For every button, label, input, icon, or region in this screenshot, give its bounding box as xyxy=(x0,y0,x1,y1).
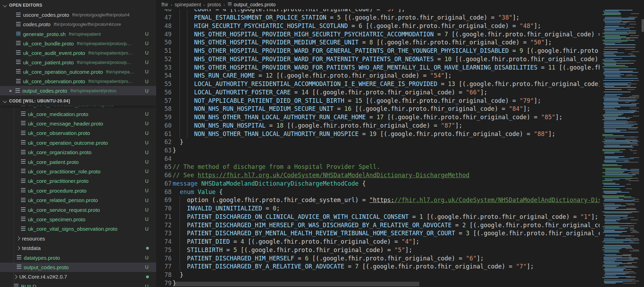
minimap-line xyxy=(602,170,639,171)
minimap-line xyxy=(602,15,639,16)
code-line[interactable]: 63} xyxy=(156,146,600,155)
tree-file-item[interactable]: uk_core_related_person.protoU xyxy=(0,195,156,205)
open-editors-section-header[interactable]: OPEN EDITORS xyxy=(0,0,156,10)
breadcrumb-segment[interactable]: spinepatient xyxy=(175,2,201,7)
code-line[interactable]: 64 xyxy=(156,155,600,163)
breadcrumb-segment[interactable]: protos xyxy=(208,2,221,7)
git-untracked-badge: U xyxy=(143,284,150,287)
tree-file-item[interactable]: uk_core_observation.protoU xyxy=(0,128,156,138)
code-area[interactable]: 46 COURT = 4 [(.google.fhir.proto.fhir_o… xyxy=(156,0,600,287)
tree-file-item[interactable]: uk_core_practitioner.protoU xyxy=(0,176,156,186)
explorer-section-header[interactable]: CODE [WSL: UBUNTU-20.04] xyxy=(0,96,156,106)
minimap-line xyxy=(602,92,639,92)
code-line[interactable]: 56 LOCAL_AUTHORITY_FOSTER_CARE = 14 [(.g… xyxy=(156,88,600,97)
tree-folder-item[interactable]: resources xyxy=(0,234,156,243)
tree-file-item[interactable]: BUILDU xyxy=(0,282,156,287)
chevron-right-icon xyxy=(16,246,20,250)
code-line[interactable]: 60 NON_NHS_RUN_HOSPITAL = 18 [(.google.f… xyxy=(156,122,600,130)
code-line[interactable]: 47 PENAL_ESTABLISHMENT_OR_POLICE_STATION… xyxy=(156,14,600,22)
minimap-line xyxy=(602,124,639,124)
minimap-line xyxy=(602,47,639,48)
minimap-line xyxy=(602,214,639,215)
code-line[interactable]: 50 NHS_OTHER_HOSPITAL_PROVIDER_MEDIUM_SE… xyxy=(156,38,600,47)
minimap-line xyxy=(602,104,639,105)
code-line[interactable]: 77 PATIENT_DISCHARGED_BY_A_RELATIVE_OR_A… xyxy=(156,263,600,271)
tree-file-item[interactable]: datatypes.protoU xyxy=(0,253,156,263)
code-line[interactable]: 72 PATIENT_DISCHARGED_HIM_HERSELF_OR_WAS… xyxy=(156,221,600,230)
tree-file-item[interactable]: uk_core_operation_outcome.protoU xyxy=(0,138,156,148)
code-line[interactable]: 65// The method of discharge from a Hosp… xyxy=(156,163,600,171)
line-number: 49 xyxy=(156,30,172,39)
code-line[interactable]: 74 PATIENT_DIED = 4 [(.google.fhir.proto… xyxy=(156,238,600,246)
code-line-text: // See https://fhir.hl7.org.uk/CodeSyste… xyxy=(173,171,600,180)
minimap-line xyxy=(602,69,639,69)
code-line[interactable]: 75 STILLBIRTH = 5 [(.google.fhir.proto.f… xyxy=(156,246,600,254)
close-icon[interactable]: × xyxy=(8,88,13,94)
code-line[interactable]: 49 NHS_OTHER_HOSPITAL_PROVIDER_HIGH_SECU… xyxy=(156,30,600,39)
code-line[interactable]: 48 HIGH_SECURITY_PSYCHIATRIC_HOSPITAL_SC… xyxy=(156,22,600,30)
open-editor-item[interactable]: uk_core_patient.protofhir/spinepatient/p… xyxy=(0,58,156,67)
code-line[interactable]: 55 LOCAL_AUTHORITY_RESIDENTIAL_ACCOMMODA… xyxy=(156,80,600,88)
open-editor-item[interactable]: uk_core_audit_event.protofhir/spinepatie… xyxy=(0,48,156,58)
git-untracked-badge: U xyxy=(143,140,150,145)
open-editor-item[interactable]: uk_core_operation_outcome.protofhir/spin… xyxy=(0,67,156,77)
horizontal-scrollbar-handle[interactable] xyxy=(175,282,419,286)
open-editor-item[interactable]: uscore_codes.protofhir/proto/google/fhir… xyxy=(0,10,156,20)
tree-item-label: uk_core_medication.proto xyxy=(28,111,88,117)
open-editor-item[interactable]: uk_core_observation.protofhir/spinepatie… xyxy=(0,77,156,86)
code-line[interactable]: 51 NHS_OTHER_HOSPITAL_PROVIDER_WARD_FOR_… xyxy=(156,47,600,55)
minimap-line xyxy=(602,79,639,80)
code-line[interactable]: 57 NOT_APPLICABLE_PATIENT_DIED_OR_STILL_… xyxy=(156,97,600,105)
code-line[interactable]: 67message NHSDataModelandDictionaryDisch… xyxy=(156,180,600,188)
code-line[interactable]: 71 PATIENT_DISCHARGED_ON_CLINICAL_ADVICE… xyxy=(156,213,600,221)
code-line[interactable]: 69 option (.google.fhir.proto.fhir_code_… xyxy=(156,196,600,205)
code-line[interactable]: 68 enum Value { xyxy=(156,188,600,196)
tree-item-label: datatypes.proto xyxy=(24,255,60,261)
code-line[interactable]: 73 PATIENT_DISCHARGED_BY_MENTAL_HEALTH_R… xyxy=(156,229,600,238)
vertical-scrollbar-handle[interactable] xyxy=(642,19,644,32)
code-line[interactable]: 53 NHS_OTHER_HOSPITAL_PROVIDER_WARD_FOR_… xyxy=(156,64,600,72)
tree-file-item[interactable]: uk_core_specimen.protoU xyxy=(0,215,156,224)
git-untracked-badge: U xyxy=(143,88,150,94)
open-editor-item[interactable]: codes.protofhir/proto/google/fhir/proto/… xyxy=(0,20,156,29)
code-line[interactable]: 66// See https://fhir.hl7.org.uk/CodeSys… xyxy=(156,171,600,180)
tree-file-item[interactable]: uk_core_service_request.protoU xyxy=(0,205,156,215)
tree-file-item[interactable]: uk_core_procedure.protoU xyxy=(0,186,156,195)
minimap-line xyxy=(602,155,639,156)
tree-file-item[interactable]: uk_core_practitioner_role.protoU xyxy=(0,167,156,176)
tree-folder-item[interactable]: testdata xyxy=(0,243,156,253)
tree-file-item[interactable]: uk_core_organization.protoU xyxy=(0,148,156,157)
tree-file-item[interactable]: uk_core_vital_signs_observation.protoU xyxy=(0,224,156,234)
code-line[interactable]: 76 PATIENT_DISCHARGED_HIM_HERSELF = 6 [(… xyxy=(156,254,600,263)
line-number: 71 xyxy=(156,213,172,221)
open-editor-item[interactable]: ×output_codes.protofhir/spinepatient/pro… xyxy=(0,86,156,95)
code-line[interactable]: 62 } xyxy=(156,138,600,146)
editor-pane[interactable]: 46 COURT = 4 [(.google.fhir.proto.fhir_o… xyxy=(156,0,644,287)
tree-file-item[interactable]: uk_core_message_header.protoU xyxy=(0,119,156,128)
minimap-line xyxy=(602,26,639,27)
code-line[interactable]: 70 INVALID_UNINITIALIZED = 0; xyxy=(156,205,600,213)
open-editor-file-path: fhir/proto/google/fhir/proto/r4 xyxy=(72,12,156,17)
open-editor-item[interactable]: generate_proto.shfhir/spinepatientU xyxy=(0,29,156,39)
code-line[interactable]: 52 NHS_OTHER_HOSPITAL_PROVIDER_WARD_FOR_… xyxy=(156,55,600,64)
open-editor-item[interactable]: uk_core_bundle.protofhir/spinepatient/pr… xyxy=(0,39,156,48)
tree-file-item[interactable]: output_codes.protoU xyxy=(0,263,156,272)
minimap-line xyxy=(602,48,639,49)
breadcrumb-segment[interactable]: fhir xyxy=(161,2,168,7)
minimap-line xyxy=(602,22,639,23)
code-line[interactable]: 78 } xyxy=(156,271,600,279)
vertical-scrollbar[interactable] xyxy=(642,9,644,287)
minimap-line xyxy=(602,118,639,119)
code-line[interactable]: 59 NON_NHS_OTHER_THAN_LOCAL_AUTHORITY_RU… xyxy=(156,113,600,122)
tree-file-item[interactable]: uk_core_medication.protoU xyxy=(0,109,156,119)
minimap-line xyxy=(602,119,639,120)
tree-folder-item[interactable]: UK.Core.r4.v2#2.0.7 xyxy=(0,272,156,281)
code-line[interactable]: 54 NHS_RUN_CARE_HOME = 12 [(.google.fhir… xyxy=(156,72,600,80)
minimap-line xyxy=(602,102,639,103)
tree-file-item[interactable]: uk_core_patient.protoU xyxy=(0,157,156,167)
minimap[interactable] xyxy=(600,10,639,287)
breadcrumb-file[interactable]: output_codes.proto xyxy=(227,2,276,7)
code-line[interactable]: 58 NON_NHS_RUN_HOSPITAL_MEDIUM_SECURE_UN… xyxy=(156,105,600,113)
code-line[interactable]: 61 NON_NHS_OTHER_THAN_LOCAL_AUTHORITY_RU… xyxy=(156,130,600,138)
line-number: 76 xyxy=(156,254,172,263)
